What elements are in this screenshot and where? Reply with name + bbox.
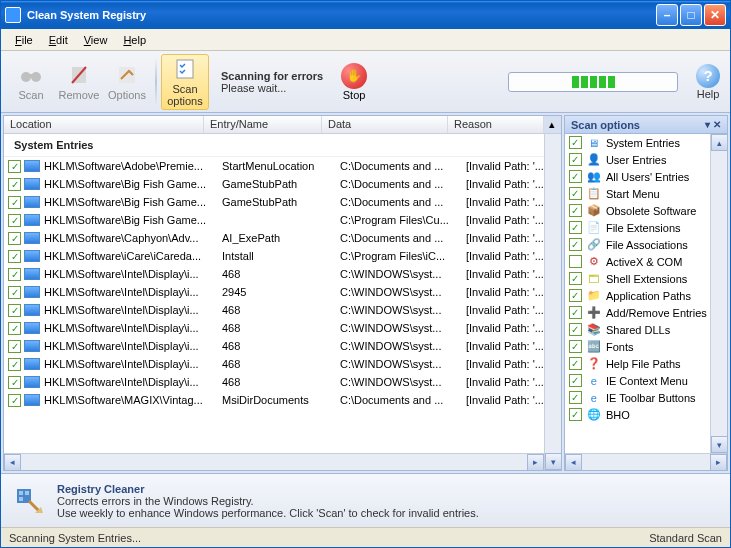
option-checkbox[interactable]: ✓ [569,391,582,404]
row-checkbox[interactable]: ✓ [8,214,21,227]
row-checkbox[interactable]: ✓ [8,322,21,335]
stop-button[interactable]: ✋ Stop [341,63,367,101]
row-checkbox[interactable]: ✓ [8,358,21,371]
option-checkbox[interactable]: ✓ [569,153,582,166]
options-list[interactable]: ✓🖥System Entries✓👤User Entries✓👥All User… [565,134,710,453]
opts-scroll-down[interactable]: ▾ [711,436,728,453]
options-v-scrollbar[interactable]: ▴ ▾ [710,134,727,453]
option-item[interactable]: ✓📁Application Paths [565,287,710,304]
menu-view[interactable]: View [76,32,116,48]
option-checkbox[interactable]: ✓ [569,272,582,285]
v-scrollbar[interactable]: ▾ [544,134,561,470]
panel-close-icon[interactable]: ✕ [713,119,721,130]
titlebar[interactable]: Clean System Registry – □ ✕ [1,1,730,29]
row-checkbox[interactable]: ✓ [8,196,21,209]
results-list[interactable]: ✓HKLM\Software\Adobe\Premie...StartMenuL… [4,157,544,453]
option-checkbox[interactable]: ✓ [569,323,582,336]
options-button[interactable]: Options [103,54,151,110]
option-checkbox[interactable]: ✓ [569,187,582,200]
remove-button[interactable]: Remove [55,54,103,110]
table-row[interactable]: ✓HKLM\Software\Intel\Display\i...468C:\W… [4,319,544,337]
scan-options-button[interactable]: Scan options [161,54,209,110]
row-checkbox[interactable]: ✓ [8,232,21,245]
option-icon: e [586,391,602,405]
scroll-up-button[interactable]: ▴ [544,116,561,133]
cell-entry: MsiDirDocuments [218,394,336,406]
row-checkbox[interactable]: ✓ [8,394,21,407]
option-checkbox[interactable]: ✓ [569,289,582,302]
option-item[interactable]: ✓eIE Toolbar Buttons [565,389,710,406]
opts-scroll-up[interactable]: ▴ [711,134,728,151]
row-checkbox[interactable]: ✓ [8,340,21,353]
option-item[interactable]: ✓🔤Fonts [565,338,710,355]
col-entry[interactable]: Entry/Name [204,116,322,133]
scroll-right-button[interactable]: ▸ [527,454,544,471]
option-checkbox[interactable]: ✓ [569,255,582,268]
scroll-down-button[interactable]: ▾ [545,453,562,470]
option-item[interactable]: ✓👥All Users' Entries [565,168,710,185]
col-reason[interactable]: Reason [448,116,544,133]
option-checkbox[interactable]: ✓ [569,340,582,353]
option-checkbox[interactable]: ✓ [569,170,582,183]
table-row[interactable]: ✓HKLM\Software\Big Fish Game...GameStubP… [4,193,544,211]
scan-button[interactable]: Scan [7,54,55,110]
minimize-button[interactable]: – [656,4,678,26]
option-item[interactable]: ✓👤User Entries [565,151,710,168]
h-scrollbar[interactable]: ◂ ▸ [4,453,544,470]
option-checkbox[interactable]: ✓ [569,374,582,387]
table-row[interactable]: ✓HKLM\Software\Intel\Display\i...468C:\W… [4,265,544,283]
row-checkbox[interactable]: ✓ [8,376,21,389]
options-h-scrollbar[interactable]: ◂ ▸ [565,453,727,470]
row-checkbox[interactable]: ✓ [8,178,21,191]
table-row[interactable]: ✓HKLM\Software\Adobe\Premie...StartMenuL… [4,157,544,175]
table-row[interactable]: ✓HKLM\Software\Big Fish Game...GameStubP… [4,175,544,193]
table-row[interactable]: ✓HKLM\Software\Intel\Display\i...2945C:\… [4,283,544,301]
cell-location: HKLM\Software\Caphyon\Adv... [44,232,218,244]
panel-dropdown-icon[interactable]: ▾ [705,119,710,130]
option-checkbox[interactable]: ✓ [569,238,582,251]
option-icon: 👥 [586,170,602,184]
table-row[interactable]: ✓HKLM\Software\iCare\iCareda...IntstallC… [4,247,544,265]
option-item[interactable]: ✓⚙ActiveX & COM [565,253,710,270]
option-item[interactable]: ✓📄File Extensions [565,219,710,236]
option-item[interactable]: ✓📦Obsolete Software [565,202,710,219]
col-location[interactable]: Location [4,116,204,133]
table-row[interactable]: ✓HKLM\Software\Intel\Display\i...468C:\W… [4,337,544,355]
option-checkbox[interactable]: ✓ [569,306,582,319]
option-item[interactable]: ✓❓Help File Paths [565,355,710,372]
option-checkbox[interactable]: ✓ [569,221,582,234]
menu-edit[interactable]: Edit [41,32,76,48]
option-checkbox[interactable]: ✓ [569,357,582,370]
option-item[interactable]: ✓📚Shared DLLs [565,321,710,338]
table-row[interactable]: ✓HKLM\Software\Intel\Display\i...468C:\W… [4,373,544,391]
row-checkbox[interactable]: ✓ [8,268,21,281]
maximize-button[interactable]: □ [680,4,702,26]
option-item[interactable]: ✓📋Start Menu [565,185,710,202]
row-checkbox[interactable]: ✓ [8,160,21,173]
option-item[interactable]: ✓🗔Shell Extensions [565,270,710,287]
scroll-left-button[interactable]: ◂ [4,454,21,471]
opts-scroll-right[interactable]: ▸ [710,454,727,471]
opts-scroll-left[interactable]: ◂ [565,454,582,471]
option-item[interactable]: ✓🌐BHO [565,406,710,423]
option-checkbox[interactable]: ✓ [569,408,582,421]
option-checkbox[interactable]: ✓ [569,204,582,217]
row-checkbox[interactable]: ✓ [8,286,21,299]
option-item[interactable]: ✓eIE Context Menu [565,372,710,389]
row-checkbox[interactable]: ✓ [8,304,21,317]
table-row[interactable]: ✓HKLM\Software\Intel\Display\i...468C:\W… [4,355,544,373]
help-button[interactable]: ? Help [692,58,724,106]
table-row[interactable]: ✓HKLM\Software\Intel\Display\i...468C:\W… [4,301,544,319]
option-item[interactable]: ✓➕Add/Remove Entries [565,304,710,321]
menu-help[interactable]: Help [115,32,154,48]
option-item[interactable]: ✓🔗File Associations [565,236,710,253]
option-checkbox[interactable]: ✓ [569,136,582,149]
table-row[interactable]: ✓HKLM\Software\Big Fish Game...C:\Progra… [4,211,544,229]
table-row[interactable]: ✓HKLM\Software\Caphyon\Adv...AI_ExePathC… [4,229,544,247]
menu-file[interactable]: File [7,32,41,48]
row-checkbox[interactable]: ✓ [8,250,21,263]
close-button[interactable]: ✕ [704,4,726,26]
table-row[interactable]: ✓HKLM\Software\MAGIX\Vintag...MsiDirDocu… [4,391,544,409]
option-item[interactable]: ✓🖥System Entries [565,134,710,151]
col-data[interactable]: Data [322,116,448,133]
